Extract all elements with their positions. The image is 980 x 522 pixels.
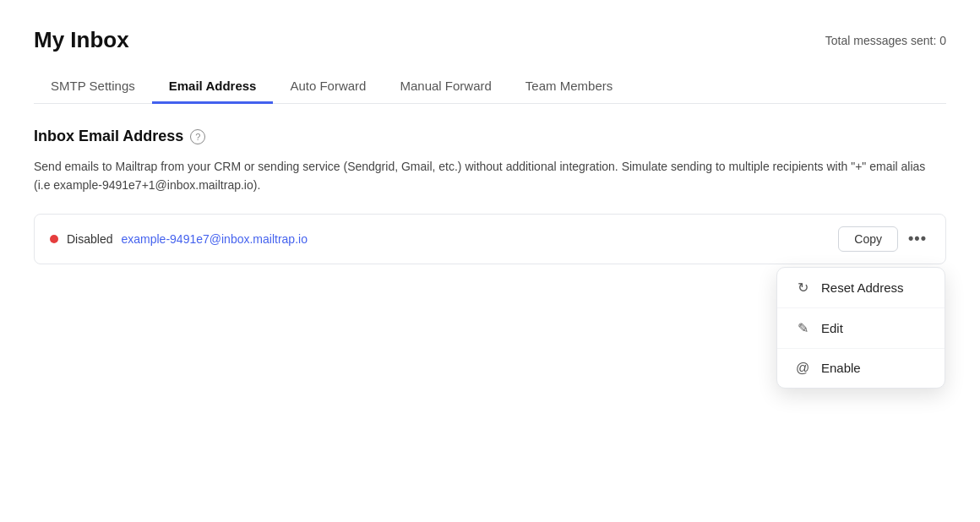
email-row-right: Copy ••• ↻ Reset Address ✎ Edit @ Enable [838,226,930,252]
status-dot [50,235,58,243]
dropdown-menu: ↻ Reset Address ✎ Edit @ Enable [776,267,945,389]
dropdown-item-reset-address[interactable]: ↻ Reset Address [777,268,945,308]
section-title-row: Inbox Email Address ? [34,128,946,145]
tab-auto-forward[interactable]: Auto Forward [273,70,383,104]
tab-team-members[interactable]: Team Members [509,70,629,104]
page-header: My Inbox Total messages sent: 0 [34,27,946,53]
tab-nav: SMTP Settings Email Address Auto Forward… [34,70,946,104]
section-description: Send emails to Mailtrap from your CRM or… [34,157,929,195]
page-title: My Inbox [34,27,129,53]
dropdown-label-enable: Enable [821,361,861,375]
page: My Inbox Total messages sent: 0 SMTP Set… [0,0,980,291]
email-row: Disabled example-9491e7@inbox.mailtrap.i… [34,214,946,264]
email-address[interactable]: example-9491e7@inbox.mailtrap.io [121,232,307,246]
edit-icon: ✎ [794,320,811,336]
status-label: Disabled [67,232,112,246]
tab-smtp-settings[interactable]: SMTP Settings [34,70,152,104]
dropdown-item-edit[interactable]: ✎ Edit [777,308,945,349]
at-icon: @ [794,361,811,376]
more-dots-icon: ••• [908,230,927,247]
dropdown-label-edit: Edit [821,321,843,335]
section-title: Inbox Email Address [34,128,183,145]
reset-address-icon: ↻ [794,280,811,296]
dropdown-label-reset-address: Reset Address [821,280,904,295]
help-icon[interactable]: ? [190,129,205,144]
tab-manual-forward[interactable]: Manual Forward [383,70,508,104]
tab-email-address[interactable]: Email Address [152,70,274,104]
email-row-left: Disabled example-9491e7@inbox.mailtrap.i… [50,232,308,246]
dropdown-item-enable[interactable]: @ Enable [777,349,945,388]
total-messages: Total messages sent: 0 [825,34,946,47]
copy-button[interactable]: Copy [838,226,898,252]
more-button[interactable]: ••• [905,226,930,252]
